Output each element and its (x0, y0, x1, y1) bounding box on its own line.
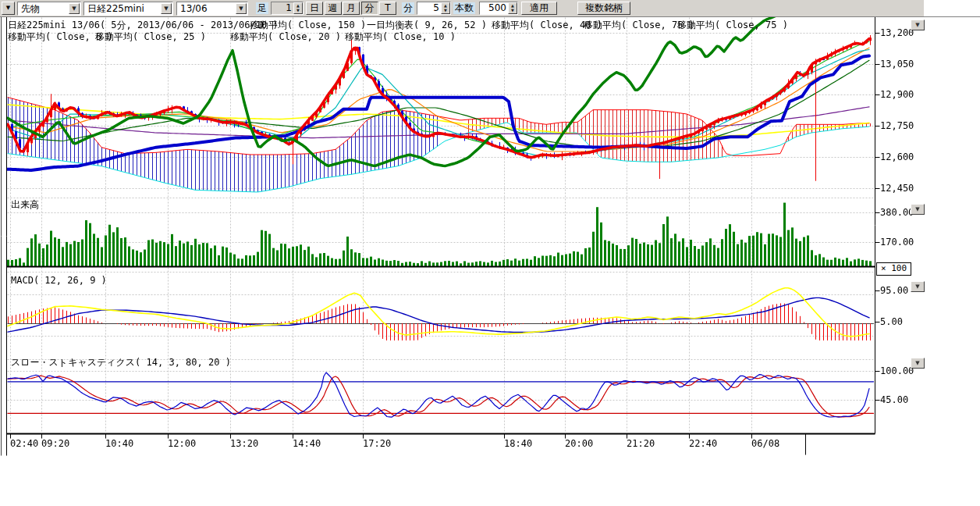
x-axis-label: 14:40 (293, 438, 321, 449)
period-button-3[interactable]: 月 (343, 2, 360, 15)
count-spin-button[interactable]: ▲▼ (508, 2, 517, 14)
panel-menu-button-macd[interactable]: ▼ (911, 281, 925, 292)
toolbar-corner-dropdown-button[interactable]: ▼ (2, 2, 15, 15)
panel-menu-button-volume[interactable]: ▼ (911, 204, 925, 215)
symbol-combo[interactable]: 日経225mini▼ (83, 2, 173, 16)
x-axis-label: 12:00 (168, 438, 196, 449)
chevron-down-icon[interactable]: ▼ (236, 3, 247, 14)
x-axis-label: 02:40 (10, 438, 38, 449)
panel-menu-button-stoch[interactable]: ▼ (911, 358, 925, 369)
y-axis-label: 95.00 (880, 285, 908, 296)
period-button-4[interactable]: 分 (361, 2, 378, 15)
chevron-down-icon[interactable]: ▼ (161, 3, 172, 14)
minute-value: 5 (433, 3, 439, 13)
y-axis-label: 12,750 (880, 120, 914, 131)
x-axis-label: 09:20 (41, 438, 69, 449)
ashi-spin-button[interactable]: ▲▼ (293, 2, 303, 14)
chart-canvas (0, 0, 980, 506)
volume-multiplier-box: × 100 (876, 262, 911, 276)
y-axis-label: 12,900 (880, 89, 914, 100)
y-axis-label: 13,200 (880, 27, 914, 38)
market-combo[interactable]: 先物▼ (17, 2, 81, 16)
stoch-panel-label: スロー・ストキャスティクス( 14, 3, 80, 20 ) (11, 356, 231, 369)
y-axis-label: 12,600 (880, 151, 914, 162)
y-axis-label: 100.00 (880, 365, 914, 376)
legend-item: 移動平均( Close, 25 ) (95, 30, 206, 44)
ashi-value: 1 (286, 3, 292, 13)
period-button-1[interactable]: 日 (306, 2, 323, 15)
count-spinner[interactable]: 500 ▲▼ (479, 2, 518, 15)
legend-item: 移動平均( Close, 10 ) (345, 30, 456, 44)
x-axis-label: 06/08 (751, 438, 779, 449)
symbol-combo-value: 日経225mini (87, 3, 144, 14)
chevron-down-icon[interactable]: ▼ (69, 3, 80, 14)
y-axis-label: 5.00 (880, 316, 903, 327)
ashi-label: 足 (256, 2, 268, 14)
x-axis-label: 17:20 (363, 438, 391, 449)
x-axis-label: 20:00 (565, 438, 593, 449)
apply-button[interactable]: 適用 (521, 2, 557, 15)
ashi-spinner[interactable]: 1 ▲▼ (271, 2, 304, 15)
minute-label: 分 (402, 2, 414, 14)
y-axis-label: 170.00 (880, 237, 914, 248)
x-axis-label: 21:20 (627, 438, 655, 449)
macd-panel-label: MACD( 12, 26, 9 ) (11, 275, 107, 286)
y-axis-label: 13,050 (880, 59, 914, 69)
x-axis-label: 22:40 (689, 438, 717, 449)
legend-item: 移動平均( Close, 20 ) (230, 30, 341, 44)
contract-combo-value: 13/06 (180, 3, 208, 14)
period-button-2[interactable]: 週 (325, 2, 342, 15)
multi-symbol-button[interactable]: 複数銘柄 (577, 2, 630, 15)
minute-spinner[interactable]: 5 ▲▼ (417, 2, 451, 15)
y-axis-label: 45.00 (880, 394, 908, 405)
y-axis-label: 380.00 (880, 207, 914, 218)
volume-panel-label: 出来高 (11, 198, 39, 212)
legend-item: 移動平均( Close, 75 ) (677, 19, 788, 32)
app-window: ▼ 先物▼日経225mini▼13/06▼ 足 1 ▲▼ 日週月分T 分 5 ▲… (0, 0, 980, 506)
contract-combo[interactable]: 13/06▼ (176, 2, 248, 16)
market-combo-value: 先物 (21, 3, 40, 14)
toolbar: ▼ 先物▼日経225mini▼13/06▼ 足 1 ▲▼ 日週月分T 分 5 ▲… (0, 0, 924, 17)
x-axis-label: 13:20 (230, 438, 258, 449)
x-axis-label: 18:40 (504, 438, 532, 449)
x-axis-label: 10:40 (105, 438, 133, 449)
period-button-5[interactable]: T (379, 2, 396, 15)
panel-menu-button-price[interactable]: ▼ (911, 20, 925, 30)
count-value: 500 (488, 3, 506, 13)
minute-spin-button[interactable]: ▲▼ (441, 2, 450, 14)
count-label: 本数 (453, 2, 475, 14)
y-axis-label: 12,450 (880, 183, 914, 194)
